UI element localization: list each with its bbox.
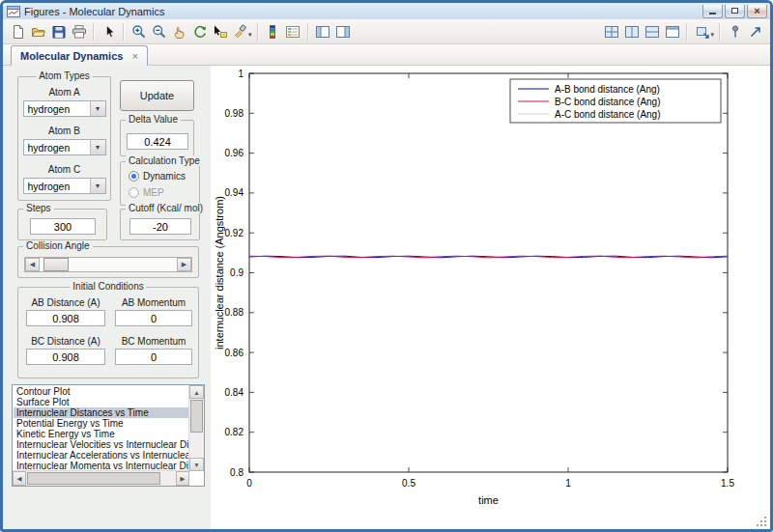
plot-list-item[interactable]: Internuclear Accelerations vs Internucle… bbox=[14, 450, 189, 461]
plot-list-item[interactable]: Kinetic Energy vs Time bbox=[14, 429, 189, 439]
radio-unselected-icon bbox=[129, 187, 139, 198]
window-title: Figures - Molecular Dynamics bbox=[24, 6, 164, 17]
scroll-right-icon[interactable]: ▶ bbox=[176, 471, 189, 486]
radio-dynamics[interactable]: Dynamics bbox=[129, 171, 186, 182]
plot-list-item[interactable]: Surface Plot bbox=[14, 397, 189, 407]
x-tick-label: 1.5 bbox=[721, 478, 734, 489]
atom-a-select[interactable]: hydrogen ▾ bbox=[23, 100, 106, 117]
resize-grip[interactable] bbox=[756, 516, 766, 526]
delta-value-input[interactable] bbox=[127, 133, 188, 150]
chevron-down-icon[interactable]: ▾ bbox=[90, 140, 105, 154]
vertical-scrollbar[interactable]: ▲ ▼ bbox=[188, 385, 204, 471]
scroll-down-icon[interactable]: ▼ bbox=[189, 458, 204, 471]
tab-close-icon[interactable]: × bbox=[131, 51, 137, 61]
calculation-type-title: Calculation Type bbox=[126, 155, 203, 166]
chevron-down-icon[interactable]: ▾ bbox=[90, 101, 105, 116]
minimize-button[interactable] bbox=[702, 5, 723, 18]
tile-windows-icon[interactable] bbox=[601, 21, 621, 42]
insert-legend-icon[interactable] bbox=[283, 21, 303, 42]
dock-figure-icon[interactable] bbox=[692, 21, 712, 42]
print-figure-icon[interactable] bbox=[69, 21, 89, 42]
plot-type-listbox: Contour PlotSurface PlotInternuclear Dis… bbox=[12, 384, 205, 487]
slider-track[interactable] bbox=[40, 258, 177, 271]
atom-b-value: hydrogen bbox=[24, 140, 90, 154]
plot-canvas[interactable]: 00.511.50.80.820.840.860.880.90.920.940.… bbox=[211, 66, 770, 529]
single-window-icon[interactable] bbox=[662, 21, 682, 42]
collision-angle-slider[interactable]: ◀ ▶ bbox=[24, 257, 192, 272]
data-cursor-icon[interactable] bbox=[210, 21, 230, 42]
y-tick-label: 1 bbox=[238, 69, 243, 79]
calculation-type-panel: Calculation Type Dynamics MEP bbox=[120, 161, 200, 206]
zoom-out-icon[interactable] bbox=[149, 21, 169, 42]
ab-momentum-label: AB Momentum bbox=[115, 297, 192, 308]
insert-colorbar-icon[interactable] bbox=[263, 21, 283, 42]
figure-toolbar: ▾ bbox=[3, 19, 770, 44]
cutoff-panel: Cutoff (Kcal/ mol) bbox=[120, 209, 200, 240]
titlebar[interactable]: Figures - Molecular Dynamics × bbox=[3, 3, 770, 19]
brush-dropdown-icon[interactable]: ▾ bbox=[248, 31, 252, 39]
pan-icon[interactable] bbox=[169, 21, 189, 42]
plot-area[interactable]: 00.511.50.80.820.840.860.880.90.920.940.… bbox=[211, 66, 770, 529]
split-horizontal-icon[interactable] bbox=[642, 21, 662, 42]
ab-momentum-input[interactable] bbox=[115, 310, 192, 326]
restore-button[interactable] bbox=[725, 5, 745, 18]
x-tick-label: 0.5 bbox=[402, 478, 415, 489]
zoom-in-icon[interactable] bbox=[129, 21, 149, 42]
plot-list-item[interactable]: Contour Plot bbox=[14, 386, 189, 397]
ab-distance-label: AB Distance (A) bbox=[26, 297, 105, 308]
hide-plot-tools-icon[interactable] bbox=[313, 21, 333, 42]
y-tick-label: 0.94 bbox=[225, 187, 244, 198]
initial-conditions-panel: Initial Conditions AB Distance (A) AB Mo… bbox=[17, 287, 199, 378]
atom-types-panel: Atom Types Atom A hydrogen ▾ Atom B hydr… bbox=[17, 76, 111, 201]
figure-window-icon bbox=[7, 6, 20, 17]
close-button[interactable]: × bbox=[747, 5, 767, 18]
horizontal-scrollbar-thumb[interactable] bbox=[27, 472, 160, 485]
vertical-scrollbar-thumb[interactable] bbox=[190, 400, 203, 433]
slider-thumb[interactable] bbox=[43, 258, 69, 271]
radio-mep[interactable]: MEP bbox=[129, 187, 164, 198]
save-figure-icon[interactable] bbox=[48, 21, 69, 42]
minimize-icon bbox=[709, 13, 716, 14]
x-axis-label: time bbox=[478, 494, 499, 506]
bc-momentum-label: BC Momentum bbox=[115, 336, 192, 347]
slider-left-icon[interactable]: ◀ bbox=[25, 258, 40, 271]
bc-distance-input[interactable] bbox=[26, 349, 105, 365]
radio-mep-label: MEP bbox=[143, 187, 164, 198]
rotate-3d-icon[interactable] bbox=[189, 21, 210, 42]
y-tick-label: 0.8 bbox=[230, 467, 243, 478]
atom-c-value: hydrogen bbox=[24, 179, 90, 193]
plot-list-item[interactable]: Internuclear Velocities vs Internuclear … bbox=[14, 439, 189, 450]
toolbar-separator bbox=[686, 23, 688, 41]
chevron-down-icon[interactable]: ▾ bbox=[90, 179, 105, 193]
collision-angle-title: Collision Angle bbox=[23, 240, 93, 251]
scroll-left-icon[interactable]: ◀ bbox=[13, 471, 26, 486]
bc-momentum-input[interactable] bbox=[115, 349, 192, 365]
dock-dropdown-icon[interactable]: ▾ bbox=[710, 31, 714, 39]
show-plot-tools-icon[interactable] bbox=[333, 21, 354, 42]
figures-window: Figures - Molecular Dynamics × bbox=[0, 0, 773, 532]
steps-input[interactable] bbox=[30, 218, 96, 235]
split-vertical-icon[interactable] bbox=[621, 21, 642, 42]
pin-icon[interactable] bbox=[725, 21, 745, 42]
atom-b-select[interactable]: hydrogen ▾ bbox=[23, 139, 106, 155]
scroll-up-icon[interactable]: ▲ bbox=[189, 385, 204, 399]
plot-list-item[interactable]: Potential Energy vs Time bbox=[14, 418, 189, 429]
open-file-icon[interactable] bbox=[28, 21, 48, 42]
cutoff-input[interactable] bbox=[129, 218, 191, 235]
brush-icon[interactable] bbox=[230, 21, 250, 42]
edit-plot-icon[interactable] bbox=[99, 21, 119, 42]
tab-strip: Molecular Dynamics × bbox=[3, 44, 770, 66]
horizontal-scrollbar[interactable]: ◀ ▶ bbox=[13, 470, 189, 486]
tab-molecular-dynamics[interactable]: Molecular Dynamics × bbox=[11, 45, 148, 66]
tab-label: Molecular Dynamics bbox=[20, 50, 123, 62]
ab-distance-input[interactable] bbox=[26, 310, 105, 326]
undock-icon[interactable] bbox=[745, 21, 765, 42]
update-button[interactable]: Update bbox=[120, 80, 194, 111]
slider-right-icon[interactable]: ▶ bbox=[177, 258, 191, 271]
atom-c-select[interactable]: hydrogen ▾ bbox=[23, 178, 106, 194]
delta-value-title: Delta Value bbox=[126, 114, 181, 125]
collision-angle-panel: Collision Angle ◀ ▶ bbox=[17, 246, 199, 278]
plot-list-item[interactable]: Internuclear Distances vs Time bbox=[14, 407, 189, 418]
new-figure-icon[interactable] bbox=[8, 21, 28, 42]
control-panel: Atom Types Atom A hydrogen ▾ Atom B hydr… bbox=[3, 66, 211, 529]
